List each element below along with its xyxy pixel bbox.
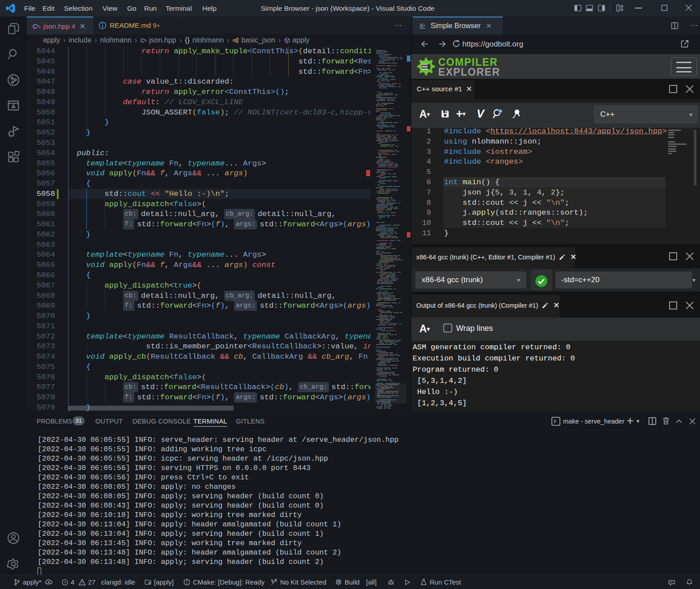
svg-text:C: C bbox=[33, 22, 38, 30]
svg-text:C: C bbox=[141, 38, 145, 44]
